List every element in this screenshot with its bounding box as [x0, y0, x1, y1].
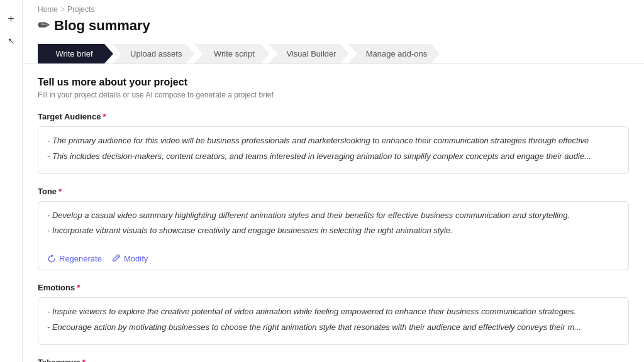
steps-nav: Write brief Upload assets Write script V…	[38, 44, 629, 63]
breadcrumb-sep1: >	[60, 5, 65, 14]
step-write-script[interactable]: Write script	[194, 44, 269, 63]
step-upload-assets-label: Upload assets	[130, 49, 182, 58]
step-visual-builder[interactable]: Visual Builder	[269, 44, 348, 63]
emotions-line-2: - Encourage action by motivating busines…	[47, 321, 619, 334]
target-audience-box[interactable]: - The primary audience for this video wi…	[38, 126, 629, 174]
tone-line-2: - Incorporate vibrant visuals to showcas…	[47, 224, 619, 238]
section-title: Tell us more about your project	[38, 77, 629, 88]
tone-label: Tone *	[38, 187, 629, 196]
form-content: Tell us more about your project Fill in …	[23, 64, 644, 362]
target-audience-label: Target Audience *	[38, 112, 629, 121]
required-star: *	[103, 112, 106, 121]
regenerate-label: Regenerate	[59, 254, 102, 263]
regenerate-button[interactable]: Regenerate	[47, 254, 102, 263]
takeaways-required-star: *	[82, 358, 86, 362]
step-write-script-label: Write script	[214, 49, 255, 58]
modify-button[interactable]: Modify	[112, 254, 148, 263]
modify-icon	[112, 255, 121, 263]
header: Home > Projects ✏ Blog summary Write bri…	[23, 0, 644, 64]
step-write-brief-label: Write brief	[56, 49, 93, 58]
tone-required-star: *	[58, 187, 62, 196]
edit-icon: ✏	[38, 18, 49, 34]
emotions-box[interactable]: - Inspire viewers to explore the creativ…	[38, 297, 629, 345]
breadcrumb-home[interactable]: Home	[38, 5, 58, 14]
tone-actions: Regenerate Modify	[38, 248, 629, 270]
target-audience-group: Target Audience * - The primary audience…	[38, 112, 629, 174]
section-subtitle: Fill in your project details or use AI c…	[38, 90, 629, 99]
tone-group: Tone * - Develop a casual video summary …	[38, 187, 629, 271]
modify-label: Modify	[124, 254, 148, 263]
main-content: Home > Projects ✏ Blog summary Write bri…	[23, 0, 644, 362]
breadcrumb-projects[interactable]: Projects	[67, 5, 94, 14]
page-title-text: Blog summary	[54, 18, 150, 34]
step-manage-addons[interactable]: Manage add-ons	[348, 44, 440, 63]
tone-box[interactable]: - Develop a casual video summary highlig…	[38, 201, 629, 248]
cursor-icon: ↖	[8, 36, 15, 46]
regenerate-icon	[47, 255, 56, 263]
sidebar: + ↖	[0, 0, 23, 362]
page-title: ✏ Blog summary	[38, 18, 629, 34]
takeaways-label: Takeaways *	[38, 358, 629, 362]
emotions-label: Emotions *	[38, 283, 629, 292]
emotions-line-1: - Inspire viewers to explore the creativ…	[47, 305, 619, 319]
step-write-brief[interactable]: Write brief	[38, 44, 113, 63]
takeaways-group: Takeaways * Highlight the various animat…	[38, 358, 629, 362]
target-audience-line-1: - The primary audience for this video wi…	[47, 134, 619, 148]
emotions-required-star: *	[77, 283, 80, 292]
target-audience-line-2: - This includes decision-makers, content…	[47, 150, 619, 163]
tone-line-1: - Develop a casual video summary highlig…	[47, 209, 619, 222]
emotions-group: Emotions * - Inspire viewers to explore …	[38, 283, 629, 345]
step-visual-builder-label: Visual Builder	[286, 49, 336, 58]
add-icon[interactable]: +	[8, 13, 14, 26]
step-manage-addons-label: Manage add-ons	[366, 49, 428, 58]
breadcrumb: Home > Projects	[38, 5, 629, 14]
step-upload-assets[interactable]: Upload assets	[113, 44, 194, 63]
